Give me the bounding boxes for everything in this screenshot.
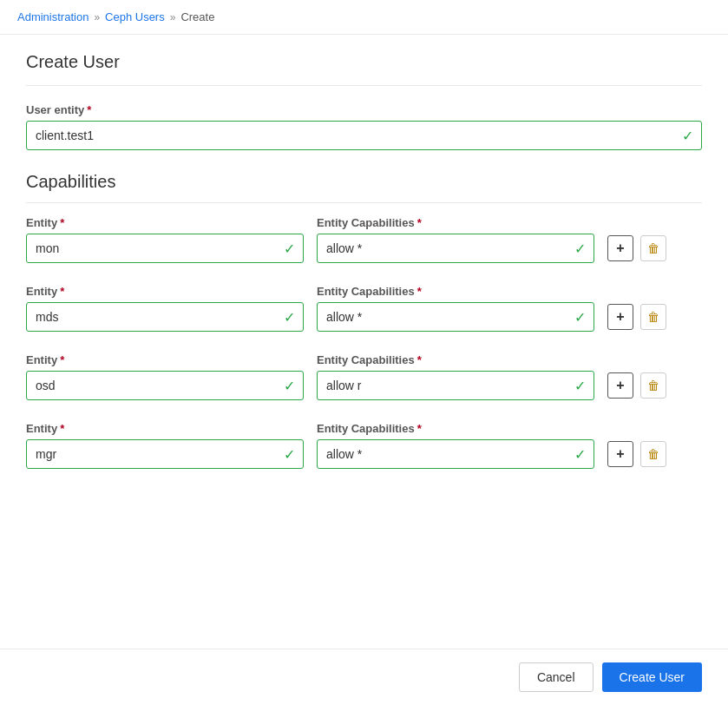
entity-cap-field-0: Entity Capabilities * ✓ [317,216,594,263]
add-capability-button-1[interactable]: + [607,304,633,330]
entity-cap-valid-icon-2: ✓ [574,378,586,394]
entity-cap-req-marker-1: * [417,285,422,298]
page-wrapper: Administration » Ceph Users » Create Cre… [0,0,728,705]
entity-cap-valid-icon-1: ✓ [574,309,586,326]
entity-cap-label-3: Entity Capabilities * [317,422,594,435]
capability-row: Entity * ✓ Entity Capabilities * ✓ [26,353,702,400]
delete-capability-button-1[interactable] [640,304,666,330]
row-actions-0: + [607,235,666,263]
entity-cap-input-1[interactable] [317,302,594,332]
entity-cap-input-wrapper-0: ✓ [317,234,594,263]
delete-capability-button-3[interactable] [640,441,666,467]
main-content: Create User User entity * ✓ Capabilities… [0,35,728,649]
add-capability-button-3[interactable]: + [607,441,633,467]
entity-input-wrapper-3: ✓ [26,439,304,469]
entity-req-marker-2: * [60,353,64,366]
entity-cap-input-2[interactable] [317,371,594,400]
user-entity-input-wrapper: ✓ [26,121,702,150]
entity-cap-input-wrapper-1: ✓ [317,302,594,332]
entity-cap-label-1: Entity Capabilities * [317,285,594,298]
entity-cap-input-0[interactable] [317,234,594,263]
entity-label-2: Entity * [26,353,304,366]
entity-valid-icon-1: ✓ [284,309,295,326]
breadcrumb-current: Create [180,10,214,23]
footer-actions: Cancel Create User [0,649,728,705]
user-entity-required-marker: * [87,103,91,116]
add-capability-button-0[interactable]: + [607,235,633,261]
entity-valid-icon-3: ✓ [284,446,295,463]
trash-icon-2 [647,378,659,393]
entity-cap-label-2: Entity Capabilities * [317,353,594,366]
user-entity-label: User entity * [26,103,702,116]
capability-row: Entity * ✓ Entity Capabilities * ✓ [26,422,702,469]
entity-cap-req-marker-2: * [417,353,422,366]
breadcrumb-sep-1: » [94,11,100,23]
breadcrumb-ceph-users[interactable]: Ceph Users [105,10,165,23]
entity-cap-req-marker-0: * [417,216,422,229]
entity-field-0: Entity * ✓ [26,216,304,263]
row-actions-3: + [607,441,666,469]
entity-input-wrapper-1: ✓ [26,302,304,332]
entity-cap-valid-icon-0: ✓ [574,240,586,257]
trash-icon-0 [647,240,659,256]
entity-cap-input-3[interactable] [317,439,594,469]
entity-label-3: Entity * [26,422,304,435]
entity-field-2: Entity * ✓ [26,353,304,400]
capabilities-title: Capabilities [26,172,702,203]
entity-cap-label-0: Entity Capabilities * [317,216,594,229]
entity-req-marker-0: * [60,216,64,229]
entity-req-marker-1: * [60,285,64,298]
add-capability-button-2[interactable]: + [607,372,633,399]
entity-input-0[interactable] [26,234,304,263]
entity-input-1[interactable] [26,302,304,332]
user-entity-section: User entity * ✓ [26,103,702,150]
user-entity-input[interactable] [26,121,702,150]
entity-cap-req-marker-3: * [417,422,422,435]
entity-valid-icon-0: ✓ [284,240,295,257]
entity-req-marker-3: * [60,422,64,435]
entity-input-wrapper-0: ✓ [26,234,304,263]
trash-icon-3 [647,446,659,462]
entity-cap-valid-icon-3: ✓ [574,446,586,463]
breadcrumb: Administration » Ceph Users » Create [0,0,728,35]
entity-cap-field-1: Entity Capabilities * ✓ [317,285,594,332]
delete-capability-button-2[interactable] [640,372,666,399]
entity-input-wrapper-2: ✓ [26,371,304,400]
entity-field-1: Entity * ✓ [26,285,304,332]
row-actions-2: + [607,372,666,400]
breadcrumb-admin[interactable]: Administration [17,10,89,23]
trash-icon-1 [647,309,659,325]
row-actions-1: + [607,304,666,332]
capabilities-container: Entity * ✓ Entity Capabilities * ✓ [26,216,702,469]
entity-cap-input-wrapper-3: ✓ [317,439,594,469]
entity-field-3: Entity * ✓ [26,422,304,469]
page-title: Create User [26,52,702,86]
entity-input-3[interactable] [26,439,304,469]
entity-valid-icon-2: ✓ [284,378,295,394]
cancel-button[interactable]: Cancel [519,662,594,692]
create-user-button[interactable]: Create User [602,662,702,692]
entity-cap-input-wrapper-2: ✓ [317,371,594,400]
entity-label-1: Entity * [26,285,304,298]
capability-row: Entity * ✓ Entity Capabilities * ✓ [26,285,702,332]
breadcrumb-sep-2: » [170,11,176,23]
capability-row: Entity * ✓ Entity Capabilities * ✓ [26,216,702,263]
entity-label-0: Entity * [26,216,304,229]
entity-cap-field-3: Entity Capabilities * ✓ [317,422,594,469]
entity-cap-field-2: Entity Capabilities * ✓ [317,353,594,400]
user-entity-valid-icon: ✓ [682,128,693,144]
delete-capability-button-0[interactable] [640,235,666,261]
entity-input-2[interactable] [26,371,304,400]
